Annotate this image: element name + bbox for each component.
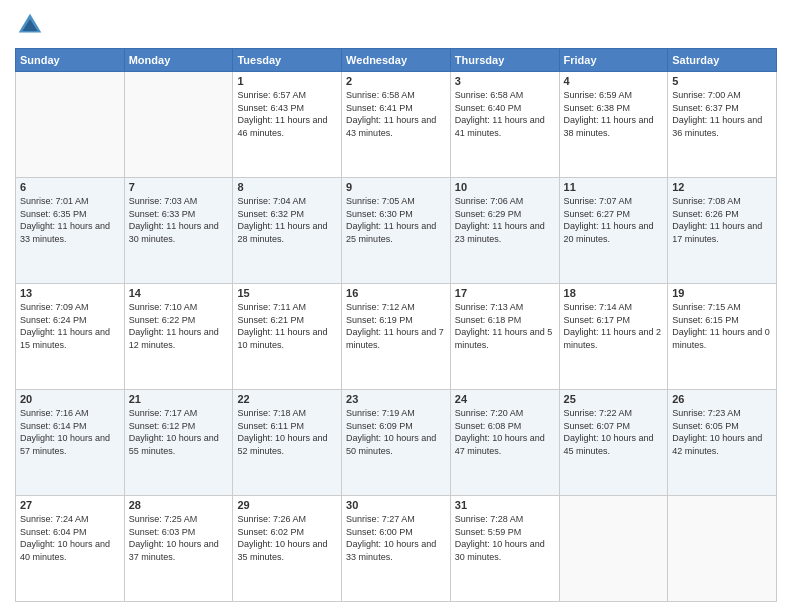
calendar-week-3: 13Sunrise: 7:09 AM Sunset: 6:24 PM Dayli…	[16, 284, 777, 390]
day-info: Sunrise: 7:22 AM Sunset: 6:07 PM Dayligh…	[564, 407, 664, 457]
logo-icon	[15, 10, 45, 40]
day-number: 3	[455, 75, 555, 87]
day-number: 8	[237, 181, 337, 193]
day-number: 1	[237, 75, 337, 87]
calendar-week-2: 6Sunrise: 7:01 AM Sunset: 6:35 PM Daylig…	[16, 178, 777, 284]
calendar-cell: 18Sunrise: 7:14 AM Sunset: 6:17 PM Dayli…	[559, 284, 668, 390]
day-info: Sunrise: 7:26 AM Sunset: 6:02 PM Dayligh…	[237, 513, 337, 563]
calendar-cell: 12Sunrise: 7:08 AM Sunset: 6:26 PM Dayli…	[668, 178, 777, 284]
calendar-cell: 30Sunrise: 7:27 AM Sunset: 6:00 PM Dayli…	[342, 496, 451, 602]
day-info: Sunrise: 6:59 AM Sunset: 6:38 PM Dayligh…	[564, 89, 664, 139]
day-number: 4	[564, 75, 664, 87]
day-number: 20	[20, 393, 120, 405]
day-info: Sunrise: 7:14 AM Sunset: 6:17 PM Dayligh…	[564, 301, 664, 351]
calendar-cell: 16Sunrise: 7:12 AM Sunset: 6:19 PM Dayli…	[342, 284, 451, 390]
calendar-cell: 7Sunrise: 7:03 AM Sunset: 6:33 PM Daylig…	[124, 178, 233, 284]
day-info: Sunrise: 7:16 AM Sunset: 6:14 PM Dayligh…	[20, 407, 120, 457]
day-number: 12	[672, 181, 772, 193]
day-info: Sunrise: 7:04 AM Sunset: 6:32 PM Dayligh…	[237, 195, 337, 245]
day-number: 7	[129, 181, 229, 193]
day-info: Sunrise: 7:10 AM Sunset: 6:22 PM Dayligh…	[129, 301, 229, 351]
day-number: 30	[346, 499, 446, 511]
calendar-cell: 15Sunrise: 7:11 AM Sunset: 6:21 PM Dayli…	[233, 284, 342, 390]
calendar-cell: 31Sunrise: 7:28 AM Sunset: 5:59 PM Dayli…	[450, 496, 559, 602]
calendar-cell	[16, 72, 125, 178]
calendar-cell: 11Sunrise: 7:07 AM Sunset: 6:27 PM Dayli…	[559, 178, 668, 284]
day-number: 22	[237, 393, 337, 405]
day-number: 13	[20, 287, 120, 299]
calendar-header-monday: Monday	[124, 49, 233, 72]
page: SundayMondayTuesdayWednesdayThursdayFrid…	[0, 0, 792, 612]
calendar-cell	[668, 496, 777, 602]
calendar-cell: 14Sunrise: 7:10 AM Sunset: 6:22 PM Dayli…	[124, 284, 233, 390]
day-info: Sunrise: 7:19 AM Sunset: 6:09 PM Dayligh…	[346, 407, 446, 457]
calendar-cell: 28Sunrise: 7:25 AM Sunset: 6:03 PM Dayli…	[124, 496, 233, 602]
calendar-cell	[124, 72, 233, 178]
day-info: Sunrise: 7:11 AM Sunset: 6:21 PM Dayligh…	[237, 301, 337, 351]
day-number: 18	[564, 287, 664, 299]
day-number: 14	[129, 287, 229, 299]
day-info: Sunrise: 6:58 AM Sunset: 6:40 PM Dayligh…	[455, 89, 555, 139]
day-number: 29	[237, 499, 337, 511]
day-number: 23	[346, 393, 446, 405]
calendar-week-4: 20Sunrise: 7:16 AM Sunset: 6:14 PM Dayli…	[16, 390, 777, 496]
day-number: 2	[346, 75, 446, 87]
calendar-cell: 19Sunrise: 7:15 AM Sunset: 6:15 PM Dayli…	[668, 284, 777, 390]
day-number: 5	[672, 75, 772, 87]
day-info: Sunrise: 7:18 AM Sunset: 6:11 PM Dayligh…	[237, 407, 337, 457]
calendar-header-saturday: Saturday	[668, 49, 777, 72]
day-number: 26	[672, 393, 772, 405]
calendar-cell: 8Sunrise: 7:04 AM Sunset: 6:32 PM Daylig…	[233, 178, 342, 284]
day-info: Sunrise: 7:09 AM Sunset: 6:24 PM Dayligh…	[20, 301, 120, 351]
day-info: Sunrise: 7:06 AM Sunset: 6:29 PM Dayligh…	[455, 195, 555, 245]
day-info: Sunrise: 7:23 AM Sunset: 6:05 PM Dayligh…	[672, 407, 772, 457]
day-number: 10	[455, 181, 555, 193]
calendar-cell: 23Sunrise: 7:19 AM Sunset: 6:09 PM Dayli…	[342, 390, 451, 496]
calendar-header-row: SundayMondayTuesdayWednesdayThursdayFrid…	[16, 49, 777, 72]
day-info: Sunrise: 6:58 AM Sunset: 6:41 PM Dayligh…	[346, 89, 446, 139]
calendar-cell: 1Sunrise: 6:57 AM Sunset: 6:43 PM Daylig…	[233, 72, 342, 178]
day-info: Sunrise: 7:08 AM Sunset: 6:26 PM Dayligh…	[672, 195, 772, 245]
day-number: 19	[672, 287, 772, 299]
calendar-cell: 27Sunrise: 7:24 AM Sunset: 6:04 PM Dayli…	[16, 496, 125, 602]
calendar-header-sunday: Sunday	[16, 49, 125, 72]
calendar-cell	[559, 496, 668, 602]
calendar-table: SundayMondayTuesdayWednesdayThursdayFrid…	[15, 48, 777, 602]
day-info: Sunrise: 7:12 AM Sunset: 6:19 PM Dayligh…	[346, 301, 446, 351]
day-info: Sunrise: 7:20 AM Sunset: 6:08 PM Dayligh…	[455, 407, 555, 457]
calendar-cell: 17Sunrise: 7:13 AM Sunset: 6:18 PM Dayli…	[450, 284, 559, 390]
calendar-cell: 22Sunrise: 7:18 AM Sunset: 6:11 PM Dayli…	[233, 390, 342, 496]
day-number: 25	[564, 393, 664, 405]
calendar-cell: 2Sunrise: 6:58 AM Sunset: 6:41 PM Daylig…	[342, 72, 451, 178]
day-number: 28	[129, 499, 229, 511]
logo	[15, 10, 49, 40]
day-info: Sunrise: 7:27 AM Sunset: 6:00 PM Dayligh…	[346, 513, 446, 563]
day-info: Sunrise: 7:25 AM Sunset: 6:03 PM Dayligh…	[129, 513, 229, 563]
day-info: Sunrise: 7:17 AM Sunset: 6:12 PM Dayligh…	[129, 407, 229, 457]
day-number: 16	[346, 287, 446, 299]
day-number: 6	[20, 181, 120, 193]
calendar-header-friday: Friday	[559, 49, 668, 72]
day-number: 31	[455, 499, 555, 511]
day-info: Sunrise: 7:13 AM Sunset: 6:18 PM Dayligh…	[455, 301, 555, 351]
calendar-cell: 5Sunrise: 7:00 AM Sunset: 6:37 PM Daylig…	[668, 72, 777, 178]
calendar-header-wednesday: Wednesday	[342, 49, 451, 72]
calendar-cell: 25Sunrise: 7:22 AM Sunset: 6:07 PM Dayli…	[559, 390, 668, 496]
header	[15, 10, 777, 40]
day-number: 11	[564, 181, 664, 193]
calendar-cell: 9Sunrise: 7:05 AM Sunset: 6:30 PM Daylig…	[342, 178, 451, 284]
day-number: 27	[20, 499, 120, 511]
calendar-cell: 20Sunrise: 7:16 AM Sunset: 6:14 PM Dayli…	[16, 390, 125, 496]
day-info: Sunrise: 7:00 AM Sunset: 6:37 PM Dayligh…	[672, 89, 772, 139]
calendar-week-1: 1Sunrise: 6:57 AM Sunset: 6:43 PM Daylig…	[16, 72, 777, 178]
calendar-cell: 4Sunrise: 6:59 AM Sunset: 6:38 PM Daylig…	[559, 72, 668, 178]
day-info: Sunrise: 7:07 AM Sunset: 6:27 PM Dayligh…	[564, 195, 664, 245]
calendar-cell: 13Sunrise: 7:09 AM Sunset: 6:24 PM Dayli…	[16, 284, 125, 390]
day-number: 9	[346, 181, 446, 193]
calendar-cell: 29Sunrise: 7:26 AM Sunset: 6:02 PM Dayli…	[233, 496, 342, 602]
calendar-header-thursday: Thursday	[450, 49, 559, 72]
calendar-cell: 26Sunrise: 7:23 AM Sunset: 6:05 PM Dayli…	[668, 390, 777, 496]
calendar-header-tuesday: Tuesday	[233, 49, 342, 72]
day-info: Sunrise: 7:24 AM Sunset: 6:04 PM Dayligh…	[20, 513, 120, 563]
day-info: Sunrise: 7:28 AM Sunset: 5:59 PM Dayligh…	[455, 513, 555, 563]
